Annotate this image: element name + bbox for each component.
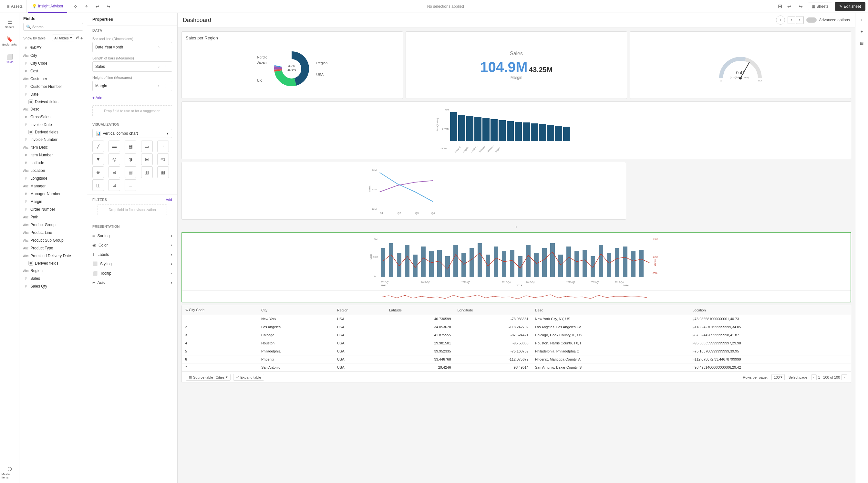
field-item[interactable]: AbcCity — [20, 52, 87, 59]
nav-fields[interactable]: ⬜ Fields — [2, 51, 18, 66]
field-item[interactable]: #Cost — [20, 67, 87, 75]
pres-tooltip[interactable]: ⬜ Tooltip › — [87, 269, 177, 278]
viz-scatter-icon[interactable]: ⋮ — [157, 141, 169, 152]
field-item[interactable]: AbcDesc — [20, 105, 87, 113]
lasso-tool-icon[interactable]: ⌖ — [82, 2, 91, 11]
field-item[interactable]: AbcProduct Line — [20, 229, 87, 237]
margin-select[interactable]: Margin › ⋮ — [92, 81, 172, 91]
th-longitude[interactable]: Longitude — [454, 305, 532, 315]
rows-per-page-select[interactable]: 100 ▾ — [771, 374, 784, 380]
redo-top-icon[interactable]: ↪ — [796, 2, 805, 11]
viz-bullet-icon[interactable]: ▥ — [141, 167, 153, 178]
field-item[interactable]: #Margin — [20, 198, 87, 206]
prev-page-btn[interactable]: ‹ — [811, 374, 817, 380]
pres-sorting[interactable]: ≡ Sorting › — [87, 231, 177, 240]
field-item[interactable]: #Longitude — [20, 175, 87, 182]
th-latitude[interactable]: Latitude — [386, 305, 454, 315]
viz-line-icon[interactable]: ╱ — [92, 141, 104, 152]
redo-icon[interactable]: ↪ — [104, 2, 113, 11]
viz-kpi-icon[interactable]: ▭ — [141, 141, 153, 152]
field-item[interactable]: AbcItem Desc — [20, 144, 87, 151]
pres-axis[interactable]: ⌐ Axis › — [87, 278, 177, 287]
field-item[interactable]: AbcPromised Delivery Date — [20, 252, 87, 260]
table-row[interactable]: 6 Phoenix USA 33.446768 -112.075672 Phoe… — [182, 355, 851, 363]
all-tables-select[interactable]: All tables ▾ — [52, 35, 74, 41]
field-item[interactable]: AbcProduct Group — [20, 221, 87, 229]
prop-expand-icon2[interactable]: › — [156, 63, 162, 70]
pres-labels[interactable]: T Labels › — [87, 250, 177, 259]
table-row[interactable]: 7 San Antonio USA 29.4246 -98.49514 San … — [182, 363, 851, 371]
table-row[interactable]: 1 New York USA 40.730599 -73.986581 New … — [182, 315, 851, 323]
viz-map-icon[interactable]: ⊕ — [92, 167, 104, 178]
nav-sheets[interactable]: ☰ Sheets — [2, 16, 18, 32]
field-item[interactable]: #%KEY — [20, 44, 87, 52]
field-item[interactable]: #Sales Qty — [20, 282, 87, 290]
th-city[interactable]: City — [258, 305, 334, 315]
viz-hist-icon[interactable]: ◫ — [92, 179, 104, 191]
add-filter-button[interactable]: + Add — [163, 198, 172, 202]
th-desc[interactable]: Desc — [532, 305, 689, 315]
field-item[interactable]: #Invoice Date — [20, 121, 87, 128]
undo-icon[interactable]: ↩ — [93, 2, 102, 11]
grid-layout-icon[interactable]: ⊞ — [778, 3, 782, 9]
field-item[interactable]: #Item Number — [20, 151, 87, 159]
prev-arrow[interactable]: ‹ — [787, 16, 795, 24]
th-region[interactable]: Region — [334, 305, 386, 315]
tab-assets[interactable]: ⊞ Assets — [3, 0, 27, 13]
viz-waterfall-icon[interactable]: ▦ — [157, 167, 169, 178]
sheets-button[interactable]: ▦ Sheets — [808, 3, 832, 10]
viz-treemap-icon[interactable]: ⊟ — [108, 167, 120, 178]
search-input[interactable] — [32, 25, 80, 29]
field-item[interactable]: #Date — [20, 90, 87, 98]
prop-expand-icon[interactable]: › — [156, 44, 162, 51]
viz-table-icon[interactable]: ▦ — [125, 141, 136, 152]
field-item[interactable]: AbcCustomer — [20, 75, 87, 83]
th-location[interactable]: Location — [689, 305, 851, 315]
date-yearmonth-select[interactable]: Date.YearMonth › ⋮ — [92, 42, 172, 52]
expand-table-button[interactable]: ⤢ Expand table — [233, 374, 264, 381]
field-item[interactable]: AbcLocation — [20, 167, 87, 175]
field-item[interactable]: #Invoice Number — [20, 136, 87, 144]
field-item[interactable]: ⊞Derived fields — [20, 128, 87, 136]
add-chart-row[interactable]: + — [182, 222, 851, 232]
field-item[interactable]: AbcManager — [20, 182, 87, 190]
field-item[interactable]: ⊞Derived fields — [20, 98, 87, 105]
field-item[interactable]: AbcProduct Type — [20, 244, 87, 252]
undo-top-icon[interactable]: ↩ — [785, 2, 794, 11]
field-item[interactable]: AbcProduct Sub Group — [20, 237, 87, 244]
field-item[interactable]: #Customer Number — [20, 83, 87, 90]
nav-master[interactable]: ⬡ Master Items — [2, 464, 18, 480]
select-tool-icon[interactable]: ⊹ — [71, 2, 80, 11]
viz-selected[interactable]: 📊 Vertical combo chart ▾ — [92, 129, 172, 138]
tab-insight[interactable]: 💡 Insight Advisor — [28, 0, 67, 13]
table-row[interactable]: 2 Los Angeles USA 34.053678 -118.242702 … — [182, 323, 851, 331]
nav-bookmarks[interactable]: 🔖 Bookmarks — [2, 33, 18, 49]
right-table-icon[interactable]: ▦ — [857, 39, 866, 48]
next-page-btn[interactable]: › — [841, 374, 847, 380]
sales-select[interactable]: Sales › ⋮ — [92, 61, 172, 72]
viz-donut-icon[interactable]: ◎ — [108, 153, 120, 165]
field-item[interactable]: AbcRegion — [20, 267, 87, 275]
prop-expand-icon3[interactable]: › — [156, 83, 162, 89]
viz-pivot-icon[interactable]: ⊞ — [141, 153, 153, 165]
field-item[interactable]: AbcPath — [20, 213, 87, 221]
table-row[interactable]: 3 Chicago USA 41.875555 -87.624421 Chica… — [182, 331, 851, 339]
field-item[interactable]: #City Code — [20, 59, 87, 67]
search-box[interactable]: 🔍 — [23, 23, 83, 31]
viz-mekko-icon[interactable]: ▤ — [125, 167, 136, 178]
refresh-icon[interactable]: ↺ — [75, 35, 79, 41]
source-table-select[interactable]: ▦ Source table Cities ▾ — [186, 374, 230, 381]
add-button[interactable]: + Add — [87, 93, 177, 103]
add-field-icon[interactable]: + — [81, 35, 83, 41]
field-item[interactable]: #GrossSales — [20, 113, 87, 121]
table-row[interactable]: 4 Houston USA 29.981501 -95.53836 Housto… — [182, 339, 851, 347]
prop-menu-icon2[interactable]: ⋮ — [163, 63, 169, 70]
viz-bar-icon[interactable]: ▬ — [108, 141, 120, 152]
prop-menu-icon[interactable]: ⋮ — [163, 44, 169, 51]
right-add2-icon[interactable]: + — [857, 27, 866, 36]
prop-menu-icon3[interactable]: ⋮ — [163, 83, 169, 89]
field-item[interactable]: #Latitude — [20, 159, 87, 167]
field-item[interactable]: ⊞Derived fields — [20, 260, 87, 267]
viz-text-icon[interactable]: #1 — [157, 153, 169, 165]
pres-styling[interactable]: ⬜ Styling › — [87, 259, 177, 269]
